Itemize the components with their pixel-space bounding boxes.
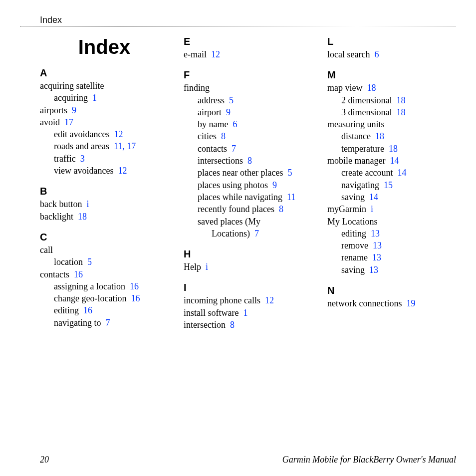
page-reference[interactable]: 19 (406, 298, 415, 308)
entry-text: intersection (184, 320, 226, 330)
page-reference[interactable]: 6 (374, 49, 379, 59)
page-reference[interactable]: 8 (279, 204, 283, 214)
index-entry: distance 18 (327, 130, 456, 142)
index-entry: airport 9 (184, 106, 312, 118)
index-entry: intersections 8 (184, 155, 312, 167)
page-reference[interactable]: 7 (254, 229, 259, 238)
index-entry: acquiring satellite (40, 80, 169, 92)
index-entry: places near other places 5 (184, 167, 312, 179)
page-reference[interactable]: 18 (367, 83, 376, 93)
entry-text: address (198, 95, 225, 105)
page-reference[interactable]: 12 (265, 295, 274, 305)
page-reference[interactable]: 18 (375, 131, 384, 141)
page-reference[interactable]: i (206, 262, 208, 272)
page-reference[interactable]: 8 (221, 131, 226, 141)
page-reference[interactable]: 1 (243, 308, 247, 318)
entry-text: backlight (40, 212, 73, 222)
entry-text: intersections (198, 156, 243, 166)
page-reference[interactable]: 6 (233, 119, 237, 129)
page-reference[interactable]: 14 (397, 168, 406, 178)
page-reference[interactable]: 12 (211, 49, 220, 59)
index-entry: back button i (40, 198, 169, 210)
entry-text: contacts (198, 144, 227, 154)
section-letter: N (327, 285, 456, 296)
page-reference[interactable]: 14 (390, 156, 399, 166)
index-entry: install software 1 (184, 307, 312, 319)
entry-text: incoming phone calls (184, 295, 260, 305)
page-reference[interactable]: 16 (131, 293, 140, 303)
page-reference[interactable]: 5 (229, 95, 234, 105)
page-reference[interactable]: 18 (389, 144, 398, 154)
section-letter: A (40, 67, 169, 79)
page-reference[interactable]: 11 (287, 192, 295, 202)
index-entry: airports 9 (40, 104, 169, 116)
section-letter: E (184, 36, 312, 47)
page-reference[interactable]: 1 (92, 93, 97, 103)
index-entry: finding (184, 82, 312, 94)
page-reference[interactable]: 13 (371, 229, 380, 238)
entry-text: back button (40, 199, 82, 209)
entry-text: acquiring satellite (40, 81, 104, 91)
index-entry: contacts 16 (40, 268, 169, 280)
page-reference[interactable]: 18 (397, 95, 406, 105)
page-reference[interactable]: 12 (118, 166, 127, 176)
index-entry: saved places (My (184, 216, 312, 228)
page-reference[interactable]: 16 (74, 269, 83, 279)
index-entry: edit avoidances 12 (40, 128, 169, 140)
page-reference[interactable]: 11, 17 (114, 141, 136, 151)
index-entry: 2 dimensional 18 (327, 94, 456, 106)
page-reference[interactable]: 7 (105, 318, 110, 328)
index-column: IndexAacquiring satelliteacquiring 1airp… (40, 31, 169, 331)
page-reference[interactable]: 18 (78, 212, 87, 222)
page-reference[interactable]: 15 (384, 180, 393, 190)
page-reference[interactable]: 13 (372, 252, 381, 262)
entry-text: editing (54, 305, 79, 315)
entry-text: editing (341, 229, 366, 238)
index-entry: saving 13 (327, 264, 456, 276)
page-reference[interactable]: 14 (369, 192, 378, 202)
entry-text: Locations) (212, 229, 250, 238)
index-entry: avoid 17 (40, 116, 169, 128)
section-letter: I (184, 282, 312, 293)
page-reference[interactable]: 3 (80, 154, 85, 164)
index-entry: Locations) 7 (184, 228, 312, 239)
page-reference[interactable]: 13 (373, 240, 382, 250)
page-reference[interactable]: 16 (83, 305, 92, 315)
index-entry: roads and areas 11, 17 (40, 140, 169, 152)
entry-text: map view (327, 83, 362, 93)
page-reference[interactable]: 5 (87, 257, 92, 267)
index-entry: e-mail 12 (184, 48, 312, 60)
index-entry: mobile manager 14 (327, 155, 456, 167)
index-entry: map view 18 (327, 82, 456, 94)
page-reference[interactable]: 13 (369, 265, 378, 275)
entry-text: mobile manager (327, 156, 385, 166)
page-reference[interactable]: 5 (287, 168, 292, 178)
page-reference[interactable]: i (86, 199, 89, 209)
page-reference[interactable]: 9 (72, 105, 76, 115)
page-reference[interactable]: 7 (232, 144, 236, 154)
index-entry: rename 13 (327, 251, 456, 263)
index-entry: contacts 7 (184, 143, 312, 155)
index-entry: backlight 18 (40, 211, 169, 223)
running-header: Index (20, 15, 456, 27)
entry-text: saved places (My (198, 217, 260, 227)
index-entry: intersection 8 (184, 319, 312, 331)
entry-text: finding (184, 83, 210, 93)
entry-text: places while navigating (198, 192, 282, 202)
page-reference[interactable]: 16 (130, 281, 139, 291)
index-entry: 3 dimensional 18 (327, 106, 456, 118)
entry-text: airport (198, 107, 222, 117)
page-reference[interactable]: 8 (230, 320, 235, 330)
entry-text: recently found places (198, 204, 274, 214)
page-reference[interactable]: 17 (64, 117, 73, 127)
page-reference[interactable]: 8 (247, 156, 252, 166)
page-reference[interactable]: 12 (114, 129, 123, 139)
page-reference[interactable]: 9 (226, 107, 231, 117)
index-title: Index (40, 36, 169, 58)
page-reference[interactable]: i (371, 204, 373, 214)
page-reference[interactable]: 18 (397, 107, 406, 117)
entry-text: My Locations (327, 217, 378, 227)
index-entry: address 5 (184, 94, 312, 106)
index-entry: change geo-location 16 (40, 292, 169, 304)
page-reference[interactable]: 9 (272, 180, 277, 190)
